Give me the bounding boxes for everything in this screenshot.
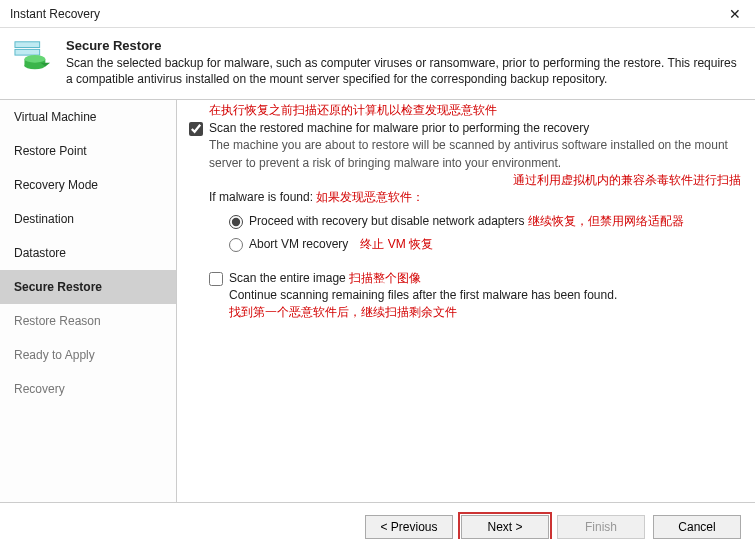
title-bar: Instant Recovery ✕: [0, 0, 755, 28]
close-icon[interactable]: ✕: [715, 0, 755, 28]
sidebar-item-label: Secure Restore: [14, 280, 102, 294]
svg-rect-1: [15, 49, 40, 55]
cancel-button[interactable]: Cancel: [653, 515, 741, 539]
svg-point-4: [24, 55, 45, 63]
scan-entire-image-label: Scan the entire image: [229, 270, 346, 287]
radio-abort-recovery[interactable]: [229, 238, 243, 252]
annotation-if-found: 如果发现恶意软件：: [316, 190, 424, 204]
sidebar-item-label: Destination: [14, 212, 74, 226]
annotation-entire-desc: 找到第一个恶意软件后，继续扫描剩余文件: [229, 304, 741, 321]
previous-button[interactable]: < Previous: [365, 515, 453, 539]
sidebar-item-label: Virtual Machine: [14, 110, 97, 124]
sidebar-item-label: Restore Point: [14, 144, 87, 158]
annotation-entire: 扫描整个图像: [349, 270, 421, 287]
sidebar-item-destination[interactable]: Destination: [0, 202, 176, 236]
secure-restore-icon: [14, 38, 60, 87]
sidebar-item-label: Datastore: [14, 246, 66, 260]
scan-entire-image-description: Continue scanning remaining files after …: [229, 287, 741, 304]
sidebar-item-recovery-mode[interactable]: Recovery Mode: [0, 168, 176, 202]
finish-button: Finish: [557, 515, 645, 539]
sidebar-item-restore-reason[interactable]: Restore Reason: [0, 304, 176, 338]
window-title: Instant Recovery: [10, 7, 100, 21]
wizard-main-panel: 在执行恢复之前扫描还原的计算机以检查发现恶意软件 Scan the restor…: [177, 100, 755, 502]
wizard-header: Secure Restore Scan the selected backup …: [0, 28, 755, 100]
next-button[interactable]: Next >: [461, 515, 549, 539]
radio-abort-label: Abort VM recovery: [249, 236, 348, 253]
annotation-proceed: 继续恢复，但禁用网络适配器: [528, 213, 684, 230]
scan-malware-checkbox[interactable]: [189, 122, 203, 136]
sidebar-item-recovery[interactable]: Recovery: [0, 372, 176, 406]
radio-proceed-disable-network[interactable]: [229, 215, 243, 229]
wizard-footer: < Previous Next > Finish Cancel: [0, 502, 755, 539]
sidebar-item-restore-point[interactable]: Restore Point: [0, 134, 176, 168]
sidebar-item-secure-restore[interactable]: Secure Restore: [0, 270, 176, 304]
header-heading: Secure Restore: [66, 38, 741, 53]
radio-proceed-label: Proceed with recovery but disable networ…: [249, 213, 524, 230]
svg-rect-0: [15, 42, 40, 48]
scan-malware-description: The machine you are about to restore wil…: [209, 137, 741, 172]
sidebar-item-datastore[interactable]: Datastore: [0, 236, 176, 270]
annotation-abort: 终止 VM 恢复: [360, 236, 433, 253]
sidebar-item-label: Restore Reason: [14, 314, 101, 328]
scan-entire-image-checkbox[interactable]: [209, 272, 223, 286]
sidebar-item-label: Recovery: [14, 382, 65, 396]
wizard-sidebar: Virtual Machine Restore Point Recovery M…: [0, 100, 177, 502]
annotation-mount: 通过利用虚拟机内的兼容杀毒软件进行扫描: [189, 172, 741, 189]
sidebar-item-ready-to-apply[interactable]: Ready to Apply: [0, 338, 176, 372]
if-malware-found-label: If malware is found:: [209, 190, 313, 204]
sidebar-item-label: Ready to Apply: [14, 348, 95, 362]
header-description: Scan the selected backup for malware, su…: [66, 55, 741, 87]
scan-malware-checkbox-label: Scan the restored machine for malware pr…: [209, 120, 589, 137]
sidebar-item-virtual-machine[interactable]: Virtual Machine: [0, 100, 176, 134]
sidebar-item-label: Recovery Mode: [14, 178, 98, 192]
annotation-top: 在执行恢复之前扫描还原的计算机以检查发现恶意软件: [209, 102, 741, 119]
